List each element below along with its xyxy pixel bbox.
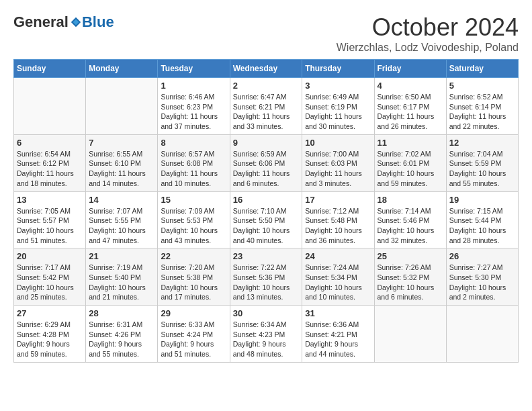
calendar-cell: 30Sunrise: 6:34 AM Sunset: 4:23 PM Dayli… (230, 306, 302, 363)
title-block: October 2024 Wierzchlas, Lodz Voivodeshi… (337, 13, 519, 54)
day-number: 5 (449, 81, 515, 91)
day-number: 25 (378, 251, 443, 261)
day-info: Sunrise: 6:57 AM Sunset: 6:08 PM Dayligh… (161, 149, 226, 189)
logo-blue: Blue (82, 13, 114, 31)
weekday-header: Sunday (14, 60, 86, 78)
day-number: 24 (305, 251, 371, 261)
day-number: 17 (305, 195, 371, 205)
calendar-cell (446, 306, 518, 363)
page-header: General Blue October 2024 Wierzchlas, Lo… (13, 13, 519, 54)
calendar-cell: 16Sunrise: 7:10 AM Sunset: 5:50 PM Dayli… (230, 191, 302, 248)
day-info: Sunrise: 7:14 AM Sunset: 5:46 PM Dayligh… (378, 206, 443, 246)
day-number: 18 (378, 195, 443, 205)
calendar-cell: 7Sunrise: 6:55 AM Sunset: 6:10 PM Daylig… (86, 134, 158, 191)
calendar-cell: 26Sunrise: 7:27 AM Sunset: 5:30 PM Dayli… (446, 248, 518, 306)
day-info: Sunrise: 6:46 AM Sunset: 6:23 PM Dayligh… (161, 92, 226, 132)
day-number: 9 (233, 138, 300, 148)
day-number: 31 (305, 308, 371, 318)
calendar-cell: 23Sunrise: 7:22 AM Sunset: 5:36 PM Dayli… (230, 248, 302, 306)
calendar-week-row: 6Sunrise: 6:54 AM Sunset: 6:12 PM Daylig… (14, 134, 519, 191)
day-number: 23 (233, 251, 300, 261)
calendar-cell: 15Sunrise: 7:09 AM Sunset: 5:53 PM Dayli… (158, 191, 230, 248)
day-info: Sunrise: 7:26 AM Sunset: 5:32 PM Dayligh… (378, 263, 443, 302)
calendar-cell: 3Sunrise: 6:49 AM Sunset: 6:19 PM Daylig… (302, 78, 374, 135)
day-info: Sunrise: 7:10 AM Sunset: 5:50 PM Dayligh… (233, 206, 300, 246)
weekday-header: Thursday (302, 60, 374, 78)
day-number: 21 (89, 251, 154, 261)
day-info: Sunrise: 7:15 AM Sunset: 5:44 PM Dayligh… (449, 206, 515, 246)
calendar-cell: 31Sunrise: 6:36 AM Sunset: 4:21 PM Dayli… (302, 306, 374, 363)
day-number: 14 (89, 195, 154, 205)
day-info: Sunrise: 7:24 AM Sunset: 5:34 PM Dayligh… (305, 263, 371, 302)
day-number: 7 (89, 138, 154, 148)
day-info: Sunrise: 6:59 AM Sunset: 6:06 PM Dayligh… (233, 149, 300, 189)
day-info: Sunrise: 6:54 AM Sunset: 6:12 PM Dayligh… (17, 149, 83, 189)
day-number: 19 (449, 195, 515, 205)
calendar-cell: 24Sunrise: 7:24 AM Sunset: 5:34 PM Dayli… (302, 248, 374, 306)
calendar-cell: 28Sunrise: 6:31 AM Sunset: 4:26 PM Dayli… (86, 306, 158, 363)
day-info: Sunrise: 6:29 AM Sunset: 4:28 PM Dayligh… (17, 320, 83, 359)
calendar-cell: 2Sunrise: 6:47 AM Sunset: 6:21 PM Daylig… (230, 78, 302, 135)
day-info: Sunrise: 6:36 AM Sunset: 4:21 PM Dayligh… (305, 320, 371, 359)
calendar-cell: 5Sunrise: 6:52 AM Sunset: 6:14 PM Daylig… (446, 78, 518, 135)
calendar-cell: 11Sunrise: 7:02 AM Sunset: 6:01 PM Dayli… (374, 134, 446, 191)
location: Wierzchlas, Lodz Voivodeship, Poland (337, 42, 519, 54)
day-info: Sunrise: 6:50 AM Sunset: 6:17 PM Dayligh… (378, 92, 443, 132)
day-number: 2 (233, 81, 300, 91)
logo: General Blue (13, 13, 114, 31)
calendar-week-row: 13Sunrise: 7:05 AM Sunset: 5:57 PM Dayli… (14, 191, 519, 248)
weekday-header: Tuesday (158, 60, 230, 78)
calendar-cell: 22Sunrise: 7:20 AM Sunset: 5:38 PM Dayli… (158, 248, 230, 306)
day-number: 12 (449, 138, 515, 148)
calendar-cell: 29Sunrise: 6:33 AM Sunset: 4:24 PM Dayli… (158, 306, 230, 363)
day-info: Sunrise: 7:02 AM Sunset: 6:01 PM Dayligh… (378, 149, 443, 189)
day-info: Sunrise: 6:33 AM Sunset: 4:24 PM Dayligh… (161, 320, 226, 359)
day-info: Sunrise: 7:05 AM Sunset: 5:57 PM Dayligh… (17, 206, 83, 246)
day-number: 22 (161, 251, 226, 261)
calendar-cell (14, 78, 86, 135)
calendar-cell: 1Sunrise: 6:46 AM Sunset: 6:23 PM Daylig… (158, 78, 230, 135)
calendar-cell: 21Sunrise: 7:19 AM Sunset: 5:40 PM Dayli… (86, 248, 158, 306)
weekday-header-row: SundayMondayTuesdayWednesdayThursdayFrid… (14, 60, 519, 78)
calendar-week-row: 20Sunrise: 7:17 AM Sunset: 5:42 PM Dayli… (14, 248, 519, 306)
day-number: 6 (17, 138, 83, 148)
day-info: Sunrise: 7:19 AM Sunset: 5:40 PM Dayligh… (89, 263, 154, 302)
day-number: 4 (378, 81, 443, 91)
calendar-week-row: 27Sunrise: 6:29 AM Sunset: 4:28 PM Dayli… (14, 306, 519, 363)
day-info: Sunrise: 6:52 AM Sunset: 6:14 PM Dayligh… (449, 92, 515, 132)
day-number: 28 (89, 308, 154, 318)
day-number: 10 (305, 138, 371, 148)
day-info: Sunrise: 6:49 AM Sunset: 6:19 PM Dayligh… (305, 92, 371, 132)
calendar-week-row: 1Sunrise: 6:46 AM Sunset: 6:23 PM Daylig… (14, 78, 519, 135)
calendar-cell: 4Sunrise: 6:50 AM Sunset: 6:17 PM Daylig… (374, 78, 446, 135)
day-info: Sunrise: 7:17 AM Sunset: 5:42 PM Dayligh… (17, 263, 83, 302)
weekday-header: Monday (86, 60, 158, 78)
day-number: 27 (17, 308, 83, 318)
day-info: Sunrise: 7:04 AM Sunset: 5:59 PM Dayligh… (449, 149, 515, 189)
calendar-cell: 12Sunrise: 7:04 AM Sunset: 5:59 PM Dayli… (446, 134, 518, 191)
day-info: Sunrise: 7:09 AM Sunset: 5:53 PM Dayligh… (161, 206, 226, 246)
day-number: 13 (17, 195, 83, 205)
day-info: Sunrise: 7:07 AM Sunset: 5:55 PM Dayligh… (89, 206, 154, 246)
calendar-cell: 25Sunrise: 7:26 AM Sunset: 5:32 PM Dayli… (374, 248, 446, 306)
day-info: Sunrise: 7:12 AM Sunset: 5:48 PM Dayligh… (305, 206, 371, 246)
calendar-cell: 13Sunrise: 7:05 AM Sunset: 5:57 PM Dayli… (14, 191, 86, 248)
day-info: Sunrise: 6:34 AM Sunset: 4:23 PM Dayligh… (233, 320, 300, 359)
day-info: Sunrise: 6:31 AM Sunset: 4:26 PM Dayligh… (89, 320, 154, 359)
day-info: Sunrise: 7:00 AM Sunset: 6:03 PM Dayligh… (305, 149, 371, 189)
day-number: 15 (161, 195, 226, 205)
calendar-cell: 18Sunrise: 7:14 AM Sunset: 5:46 PM Dayli… (374, 191, 446, 248)
calendar-cell: 8Sunrise: 6:57 AM Sunset: 6:08 PM Daylig… (158, 134, 230, 191)
calendar-cell: 9Sunrise: 6:59 AM Sunset: 6:06 PM Daylig… (230, 134, 302, 191)
logo-icon (70, 16, 82, 28)
calendar-cell: 19Sunrise: 7:15 AM Sunset: 5:44 PM Dayli… (446, 191, 518, 248)
calendar-cell (86, 78, 158, 135)
day-number: 1 (161, 81, 226, 91)
day-info: Sunrise: 6:47 AM Sunset: 6:21 PM Dayligh… (233, 92, 300, 132)
logo-general: General (13, 13, 69, 31)
day-number: 29 (161, 308, 226, 318)
day-info: Sunrise: 7:22 AM Sunset: 5:36 PM Dayligh… (233, 263, 300, 302)
calendar-cell (374, 306, 446, 363)
day-info: Sunrise: 6:55 AM Sunset: 6:10 PM Dayligh… (89, 149, 154, 189)
day-number: 26 (449, 251, 515, 261)
